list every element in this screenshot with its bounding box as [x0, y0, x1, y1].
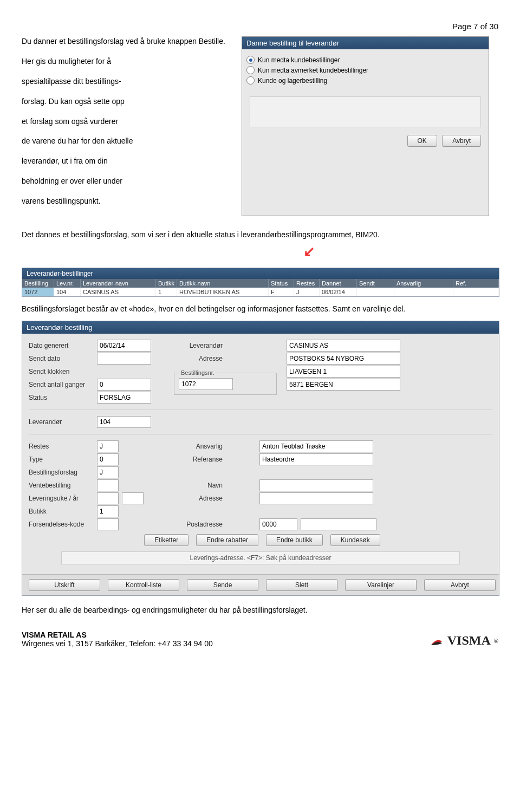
page-counter: Page 7 of 30 [22, 22, 498, 31]
dialog-title: Danne bestilling til leverandør [242, 37, 489, 49]
registered-icon: ® [494, 638, 498, 644]
input-butikk[interactable] [97, 505, 119, 517]
lbl-butikk: Butikk [29, 508, 94, 515]
lbl-sendtant: Sendt antall ganger [29, 381, 94, 388]
logo-swirl-icon [429, 635, 444, 646]
input-status[interactable] [97, 392, 151, 404]
col-dannet[interactable]: Dannet [320, 279, 357, 288]
input-restes[interactable] [97, 440, 119, 452]
col-ansvarlig[interactable]: Ansvarlig [394, 279, 453, 288]
utskrift-button[interactable]: Utskrift [29, 579, 100, 591]
col-butikknavn[interactable]: Butikk-navn [177, 279, 269, 288]
ok-button[interactable]: OK [407, 135, 437, 147]
intro-p2: Her gis du muligheter for å [22, 56, 233, 67]
col-status[interactable]: Status [269, 279, 294, 288]
input-levuke1[interactable] [97, 492, 119, 504]
lbl-levuke: Leveringsuke / år [29, 495, 94, 502]
sende-button[interactable]: Sende [187, 579, 258, 591]
lbl-status: Status [29, 394, 94, 401]
lbl-bestnr: Bestillingsnr. [179, 369, 217, 376]
cell-status: F [269, 288, 294, 296]
input-postnr[interactable] [259, 518, 297, 530]
col-sendt[interactable]: Sendt [357, 279, 394, 288]
lbl-ventebest: Ventebestilling [29, 482, 94, 489]
input-levnavn[interactable] [287, 340, 400, 352]
bestillingsnr-group: Bestillingsnr. [174, 369, 277, 395]
lbl-datogen: Dato generert [29, 342, 94, 349]
paragraph-3: Bestillingsforslaget består av et «hode»… [22, 304, 498, 313]
company-address: Wirgenes vei 1, 3157 Barkåker, Telefon: … [22, 639, 213, 648]
intro-p6: de varene du har for den aktuelle [22, 136, 233, 146]
input-ventebest[interactable] [97, 479, 119, 491]
col-bestilling[interactable]: Bestilling [22, 279, 54, 288]
lbl-leverandor: Leverandør [174, 342, 226, 349]
kontroll-liste-button[interactable]: Kontroll-liste [108, 579, 179, 591]
intro-p8: beholdning er over eller under [22, 176, 233, 186]
input-bestnr[interactable] [179, 378, 233, 390]
radio-option-2[interactable]: Kun medta avmerket kundebestillinger [246, 65, 484, 75]
input-adresse2[interactable] [259, 492, 373, 504]
endre-rabatter-button[interactable]: Endre rabatter [196, 534, 258, 546]
input-bestfor[interactable] [97, 466, 119, 478]
input-sendtdato[interactable] [97, 353, 151, 365]
dialog-empty-area [250, 96, 481, 127]
col-ref[interactable]: Ref. [453, 279, 499, 288]
lbl-ansvarlig: Ansvarlig [174, 443, 226, 450]
radio-selected-icon [246, 56, 255, 64]
table-row[interactable]: 1072 104 CASINUS AS 1 HOVEDBUTIKKEN AS F… [22, 288, 499, 296]
varelinjer-button[interactable]: Varelinjer [345, 579, 417, 591]
input-navn[interactable] [259, 479, 373, 491]
radio-option-3[interactable]: Kunde og lagerbestilling [246, 75, 484, 86]
lbl-adresse: Adresse [174, 355, 226, 362]
input-adr2[interactable] [287, 366, 400, 378]
cell-bestilling: 1072 [22, 288, 54, 296]
input-sendtant[interactable] [97, 379, 151, 391]
cell-levnavn: CASINUS AS [81, 288, 156, 296]
list-header-row: Bestilling Lev.nr. Leverandør-navn Butik… [22, 279, 499, 288]
input-levuke2[interactable] [122, 492, 144, 504]
col-levnr[interactable]: Lev.nr. [54, 279, 81, 288]
lbl-sendtdato: Sendt dato [29, 355, 94, 362]
avbryt-button[interactable]: Avbryt [424, 579, 496, 591]
input-ansvarlig[interactable] [259, 440, 373, 452]
cell-levnr: 104 [54, 288, 81, 296]
slett-button[interactable]: Slett [266, 579, 337, 591]
cancel-button[interactable]: Avbryt [442, 135, 481, 147]
input-forsend[interactable] [97, 518, 119, 530]
col-restes[interactable]: Restes [294, 279, 320, 288]
input-adr1[interactable] [287, 353, 400, 365]
radio-label-2: Kun medta avmerket kundebestillinger [258, 67, 368, 74]
radio-label-3: Kunde og lagerbestilling [258, 77, 327, 85]
radio-label-1: Kun medta kundebestillinger [258, 56, 340, 64]
input-lev2[interactable] [97, 416, 151, 428]
supplier-order-form: Leverandør-bestilling Dato generert Send… [22, 321, 499, 596]
input-adr3[interactable] [287, 379, 400, 391]
lbl-type: Type [29, 456, 94, 463]
intro-text: Du danner et bestillingsforslag ved å br… [22, 36, 233, 216]
form-title: Leverandør-bestilling [22, 321, 499, 334]
col-butikk[interactable]: Butikk [156, 279, 177, 288]
col-levnavn[interactable]: Leverandør-navn [81, 279, 156, 288]
etiketter-button[interactable]: Etiketter [144, 534, 188, 546]
radio-option-1[interactable]: Kun medta kundebestillinger [246, 55, 484, 65]
kundesok-button[interactable]: Kundesøk [330, 534, 380, 546]
lbl-restes: Restes [29, 443, 94, 450]
intro-p3: spesialtilpasse ditt bestillings- [22, 76, 233, 87]
input-type[interactable] [97, 453, 119, 465]
lbl-bestfor: Bestillingsforslag [29, 469, 94, 476]
input-poststed[interactable] [301, 518, 376, 530]
supplier-orders-list: Leverandør-bestillinger Bestilling Lev.n… [22, 268, 499, 297]
company-name: VISMA RETAIL AS [22, 631, 213, 639]
input-referanse[interactable] [259, 453, 373, 465]
list-title: Leverandør-bestillinger [22, 268, 499, 279]
delivery-hint: Leverings-adresse. <F7>: Søk på kundeadr… [61, 551, 460, 564]
red-arrow-icon: ↙ [303, 243, 520, 260]
lbl-referanse: Referanse [174, 456, 226, 463]
cell-butnavn: HOVEDBUTIKKEN AS [177, 288, 269, 296]
endre-butikk-button[interactable]: Endre butikk [266, 534, 323, 546]
lbl-navn: Navn [174, 482, 226, 489]
cell-dannet: 06/02/14 [320, 288, 357, 296]
cell-ref [453, 288, 499, 296]
intro-p7: leverandør, ut i fra om din [22, 156, 233, 166]
input-datogen[interactable] [97, 340, 151, 352]
